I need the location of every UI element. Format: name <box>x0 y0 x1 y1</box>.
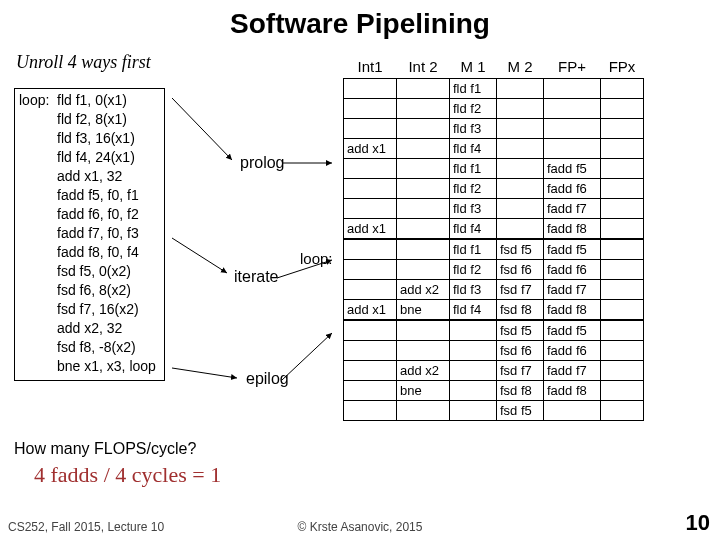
cell <box>397 119 450 139</box>
table-row: add x2fld f3fsd f7fadd f7 <box>344 280 644 300</box>
table-row: add x1fld f4fadd f8 <box>344 219 644 240</box>
cell: fsd f5 <box>497 320 544 341</box>
subtitle: Unroll 4 ways first <box>16 52 151 73</box>
cell <box>397 341 450 361</box>
cell <box>544 99 601 119</box>
cell <box>601 99 644 119</box>
cell <box>497 99 544 119</box>
cell: fld f2 <box>450 179 497 199</box>
prolog-label: prolog <box>240 154 284 172</box>
cell <box>601 381 644 401</box>
table-row: add x1fld f4 <box>344 139 644 159</box>
cell <box>344 320 397 341</box>
epilog-label: epilog <box>246 370 289 388</box>
cell: fadd f7 <box>544 280 601 300</box>
cell <box>397 79 450 99</box>
table-row: fld f3fadd f7 <box>344 199 644 219</box>
cell <box>601 219 644 240</box>
cell <box>450 401 497 421</box>
svg-line-1 <box>172 238 227 273</box>
stage-arrows <box>172 88 342 408</box>
cell <box>601 199 644 219</box>
cell <box>397 99 450 119</box>
cell <box>344 239 397 260</box>
cell <box>601 260 644 280</box>
code-line: fsd f5, 0(x2) <box>57 263 131 279</box>
code-line: fld f3, 16(x1) <box>57 130 135 146</box>
schedule-table: Int1 Int 2 M 1 M 2 FP+ FPx fld f1fld f2f… <box>343 54 644 421</box>
cell: fadd f6 <box>544 260 601 280</box>
cell: fsd f5 <box>497 239 544 260</box>
table-header-row: Int1 Int 2 M 1 M 2 FP+ FPx <box>344 54 644 79</box>
table-row: fld f2 <box>344 99 644 119</box>
cell <box>450 320 497 341</box>
cell: fld f1 <box>450 159 497 179</box>
cell <box>344 341 397 361</box>
cell <box>544 139 601 159</box>
col-header: M 2 <box>497 54 544 79</box>
cell <box>497 159 544 179</box>
cell <box>344 280 397 300</box>
cell: fld f2 <box>450 99 497 119</box>
cell: fadd f7 <box>544 199 601 219</box>
cell: fsd f7 <box>497 280 544 300</box>
cell <box>497 199 544 219</box>
iterate-label: iterate <box>234 268 278 286</box>
col-header: FPx <box>601 54 644 79</box>
table-row: fld f3 <box>344 119 644 139</box>
cell: fadd f5 <box>544 159 601 179</box>
cell: fld f4 <box>450 300 497 321</box>
cell <box>601 300 644 321</box>
cell: fadd f5 <box>544 320 601 341</box>
svg-line-0 <box>172 98 232 160</box>
cell: fadd f8 <box>544 219 601 240</box>
cell: fsd f5 <box>497 401 544 421</box>
cell: fadd f7 <box>544 361 601 381</box>
cell <box>497 219 544 240</box>
cell <box>601 341 644 361</box>
cell: add x1 <box>344 139 397 159</box>
table-row: add x2fsd f7fadd f7 <box>344 361 644 381</box>
loop-marker: loop: <box>300 250 333 267</box>
page-number: 10 <box>686 510 710 536</box>
cell: add x2 <box>397 280 450 300</box>
cell <box>397 260 450 280</box>
cell: fsd f8 <box>497 300 544 321</box>
cell <box>397 159 450 179</box>
table-row: fsd f5fadd f5 <box>344 320 644 341</box>
cell: fadd f6 <box>544 341 601 361</box>
cell: fld f2 <box>450 260 497 280</box>
cell: add x1 <box>344 300 397 321</box>
table-row: fld f1fadd f5 <box>344 159 644 179</box>
cell: fadd f6 <box>544 179 601 199</box>
cell <box>601 361 644 381</box>
cell: fsd f6 <box>497 341 544 361</box>
cell <box>397 320 450 341</box>
code-line: add x2, 32 <box>57 320 122 336</box>
cell: fld f1 <box>450 239 497 260</box>
cell: bne <box>397 381 450 401</box>
cell <box>601 119 644 139</box>
cell <box>344 99 397 119</box>
cell <box>497 179 544 199</box>
code-line: fsd f6, 8(x2) <box>57 282 131 298</box>
svg-line-5 <box>282 333 332 380</box>
table-row: bnefsd f8fadd f8 <box>344 381 644 401</box>
table-row: fld f2fsd f6fadd f6 <box>344 260 644 280</box>
cell: fadd f8 <box>544 300 601 321</box>
cell <box>601 159 644 179</box>
code-line: fadd f7, f0, f3 <box>57 225 139 241</box>
cell <box>344 381 397 401</box>
code-line: fadd f5, f0, f1 <box>57 187 139 203</box>
cell <box>601 280 644 300</box>
cell <box>397 139 450 159</box>
table-row: fld f1fsd f5fadd f5 <box>344 239 644 260</box>
cell <box>344 159 397 179</box>
code-line: bne x1, x3, loop <box>57 358 156 374</box>
question-text: How many FLOPS/cycle? <box>14 440 196 458</box>
cell <box>344 401 397 421</box>
code-line: fadd f6, f0, f2 <box>57 206 139 222</box>
cell: add x2 <box>397 361 450 381</box>
code-line: fadd f8, f0, f4 <box>57 244 139 260</box>
table-row: fsd f5 <box>344 401 644 421</box>
